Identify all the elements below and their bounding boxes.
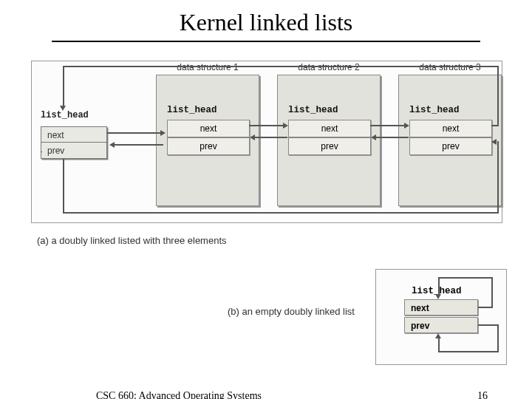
sentinel-prev: prev: [41, 143, 107, 159]
footer-page: 16: [477, 390, 488, 399]
struct-3-title: data structure 3: [399, 62, 501, 72]
struct-3-prev: prev: [409, 137, 492, 155]
struct-3: data structure 3 list_head next prev: [398, 75, 502, 206]
struct-1-next: next: [167, 120, 250, 137]
struct-2-next: next: [288, 120, 371, 137]
struct-2-title: data structure 2: [278, 62, 380, 72]
slide-title: Kernel linked lists: [0, 9, 532, 36]
footer-course: CSC 660: Advanced Operating Systems: [96, 390, 262, 399]
struct-1: data structure 1 list_head next prev: [156, 75, 259, 206]
struct-3-next: next: [409, 120, 492, 137]
struct-1-title: data structure 1: [157, 62, 259, 72]
struct-3-header: list_head: [409, 105, 460, 115]
mini-next: next: [404, 299, 478, 316]
title-rule: [52, 41, 480, 42]
sentinel-next: next: [41, 126, 107, 143]
sentinel-label: list_head: [41, 110, 89, 120]
struct-1-prev: prev: [167, 137, 250, 155]
caption-b: (b) an empty doubly linked list: [228, 306, 355, 317]
struct-1-header: list_head: [167, 105, 217, 115]
mini-prev: prev: [404, 317, 478, 333]
sentinel-box: next prev: [41, 126, 107, 159]
struct-2-prev: prev: [288, 137, 371, 155]
struct-2-header: list_head: [288, 105, 338, 115]
struct-2: data structure 2 list_head next prev: [277, 75, 381, 206]
diagram-a-frame: list_head next prev data structure 1 lis…: [31, 61, 502, 223]
caption-a: (a) a doubly linked listed with three el…: [37, 235, 227, 246]
diagram-b-frame: list_head next prev: [375, 269, 507, 365]
